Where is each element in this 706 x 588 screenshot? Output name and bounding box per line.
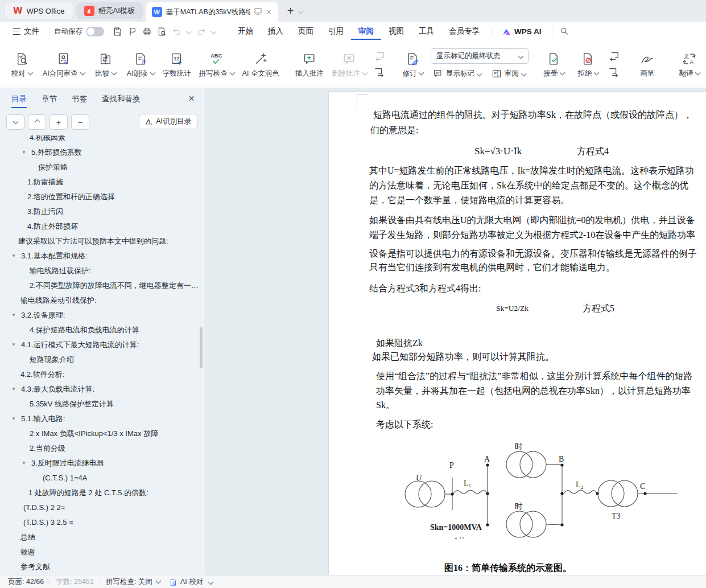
word-count-button[interactable]: 12 字数统计 xyxy=(159,48,195,81)
toc-collapse-arrow-icon[interactable]: ▼ xyxy=(11,382,21,397)
toc-item[interactable]: 2 x IMax 负载<IPickup<1/3 x IMax 故障 xyxy=(0,426,199,441)
autosave-toggle[interactable] xyxy=(86,27,104,36)
ai-recognize-toc-button[interactable]: AI识别目录 xyxy=(139,114,197,129)
close-pane-icon[interactable]: × xyxy=(188,93,195,104)
show-markup-button[interactable]: 显示标记 xyxy=(431,67,484,81)
toc-collapse-arrow-icon[interactable]: ▼ xyxy=(22,456,31,471)
track-changes-button[interactable]: 修订 xyxy=(397,48,430,81)
toc-item[interactable]: 建议采取以下方法可以预防本文中提到的问题: xyxy=(0,234,199,249)
toc-collapse-arrow-icon[interactable]: ▼ xyxy=(11,412,21,426)
spell-check-button[interactable]: ABC 拼写检查 xyxy=(196,48,238,81)
ink-brush-button[interactable]: 画笔 xyxy=(631,48,664,81)
toc-item[interactable]: ▼4.3.最大负载电流计算: xyxy=(0,382,199,397)
menu-tab-insert[interactable]: 插入 xyxy=(261,23,291,40)
menu-tab-member[interactable]: 会员专享 xyxy=(441,23,487,40)
toc-item[interactable]: 1.防雷措施 xyxy=(0,175,199,190)
toc-item[interactable]: 2.不同类型故障的故障电流不同，继电器整定有一定 ... xyxy=(0,278,199,293)
collapse-all-button[interactable] xyxy=(6,114,24,130)
wps-ai-button[interactable]: WPS AI xyxy=(497,27,547,36)
word-count-indicator[interactable]: 字数: 25451 xyxy=(56,577,94,587)
toc-item[interactable]: 短路现象介绍 xyxy=(0,352,199,367)
toc-item[interactable]: ▼4.1.运行模式下最大短路电流的计算: xyxy=(0,338,199,352)
redo-button[interactable] xyxy=(194,24,209,38)
menu-tab-tools[interactable]: 工具 xyxy=(411,23,441,40)
toc-item[interactable]: 4.2.软件分析: xyxy=(0,367,199,382)
toc-item[interactable]: (T.D.S.) 3 2.5 ≈ xyxy=(0,515,199,530)
toc-scrollbar-thumb[interactable] xyxy=(200,327,203,368)
print-button[interactable] xyxy=(139,24,154,38)
ai-polish-button[interactable]: AI 全文润色 xyxy=(239,48,283,81)
toc-item[interactable]: ▼5.1.输入电路: xyxy=(0,412,199,426)
tab-document[interactable]: W 基于MATLAB的35kV线路继 × xyxy=(146,2,278,22)
delete-comment-button[interactable]: 删除批注 xyxy=(328,48,370,81)
ai-read-aloud-button[interactable]: AI朗读 xyxy=(123,48,158,81)
toc-item[interactable]: 总结 xyxy=(0,530,199,545)
menu-tab-review[interactable]: 审阅 xyxy=(351,23,381,40)
spell-check-status[interactable]: 拼写检查: 关闭 xyxy=(106,577,160,587)
undo-button[interactable] xyxy=(169,24,184,38)
accept-changes-button[interactable]: 接受 xyxy=(538,48,571,81)
file-menu[interactable]: 文件 xyxy=(8,24,44,39)
toc-item[interactable]: 输电线路过载保护: xyxy=(0,264,199,278)
markup-state-select[interactable]: 显示标记的最终状态 xyxy=(431,48,529,64)
search-icon[interactable] xyxy=(557,24,572,38)
toc-item[interactable]: 4.机械因素 xyxy=(0,135,199,145)
next-change-button[interactable] xyxy=(606,65,622,79)
print-preview-button[interactable] xyxy=(154,24,169,38)
tab-docer-templates[interactable]: 稻壳AI模板 xyxy=(76,2,143,19)
toc-item[interactable]: 2.当前分级 xyxy=(0,441,199,456)
toc-item[interactable]: 3.防止污闪 xyxy=(0,204,199,219)
close-tab-icon[interactable]: × xyxy=(266,7,273,17)
toc-item[interactable]: ▼5.外部损伤系数 xyxy=(0,145,199,160)
proofread-button[interactable]: 校对 xyxy=(5,48,38,81)
insert-comment-button[interactable]: 插入批注 xyxy=(292,48,327,81)
menu-tab-home[interactable]: 开始 xyxy=(230,23,261,40)
translate-button[interactable]: 文A 翻译 xyxy=(673,48,706,81)
ai-proofread-status[interactable]: AI 校对 xyxy=(170,577,213,587)
tab-contents[interactable]: 目录 xyxy=(11,94,27,108)
menu-tab-view[interactable]: 视图 xyxy=(381,23,411,40)
undo-history-chevron-icon[interactable] xyxy=(186,28,192,34)
toc-item[interactable]: (C.T.S.) 1=4A xyxy=(0,471,199,486)
review-pane-button[interactable]: 审阅 xyxy=(489,67,528,81)
toc-item[interactable]: 4.防止外部损坏 xyxy=(0,219,199,234)
screen-share-icon[interactable] xyxy=(254,8,262,17)
tab-bookmarks[interactable]: 书签 xyxy=(72,94,87,108)
toc-item[interactable]: 1 处故障的短路是 2 处 C.T.S.的倍数: xyxy=(0,486,199,500)
toc-item[interactable]: ▼3.1.基本配置和规格: xyxy=(0,249,199,264)
tab-chapters[interactable]: 章节 xyxy=(42,94,57,108)
tab-wps-office[interactable]: W WPS Office xyxy=(5,2,73,20)
toc-item[interactable]: (T.D.S.) 2 2≈ xyxy=(0,500,199,515)
menu-tab-page[interactable]: 页面 xyxy=(291,23,321,40)
menu-tab-reference[interactable]: 引用 xyxy=(321,23,351,40)
new-tab-button[interactable]: + xyxy=(285,5,296,18)
zoom-out-toc-button[interactable]: − xyxy=(71,114,89,130)
toc-item[interactable]: ▼3.2.设备原理: xyxy=(0,308,199,323)
zoom-in-toc-button[interactable]: + xyxy=(49,114,68,130)
toc-item[interactable]: 2.塔的位置和杆的正确选择 xyxy=(0,190,199,204)
previous-change-button[interactable] xyxy=(606,50,622,63)
expand-all-button[interactable] xyxy=(28,114,46,130)
previous-comment-button[interactable] xyxy=(371,50,387,63)
reject-changes-button[interactable]: 拒绝 xyxy=(572,48,605,81)
ai-contract-review-button[interactable]: AI合同审查 xyxy=(39,48,88,81)
toc-item[interactable]: 致谢 xyxy=(0,545,199,560)
toc-collapse-arrow-icon[interactable]: ▼ xyxy=(11,249,21,264)
toc-item[interactable]: 保护策略 xyxy=(0,160,199,175)
tab-find-replace[interactable]: 查找和替换 xyxy=(102,94,141,108)
toc-item[interactable]: 参考文献 xyxy=(0,560,199,574)
redo-history-chevron-icon[interactable] xyxy=(211,28,217,34)
save-button[interactable] xyxy=(110,24,125,38)
export-pdf-button[interactable] xyxy=(125,24,139,38)
next-comment-button[interactable] xyxy=(371,65,387,79)
toc-item[interactable]: 5.35kV 线路保护整定计算 xyxy=(0,397,199,412)
tab-list-chevron-icon[interactable] xyxy=(298,8,304,14)
document-view[interactable]: 短路电流通过的组件的阻抗。对于短路功率Sk，在故障点（或假设的故障点），们的意思… xyxy=(205,88,706,575)
compare-button[interactable]: 比较 xyxy=(89,48,122,81)
toc-item[interactable]: 输电线路差动引线保护: xyxy=(0,293,199,308)
document-page[interactable]: 短路电流通过的组件的阻抗。对于短路功率Sk，在故障点（或假设的故障点），们的意思… xyxy=(328,91,706,575)
toc-item[interactable]: ▼3.反时限过电流继电器 xyxy=(0,456,199,471)
toc-item[interactable]: 4.保护短路电流和负载电流的计算 xyxy=(0,323,199,338)
page-indicator[interactable]: 页面: 42/66 xyxy=(8,577,44,587)
toc-collapse-arrow-icon[interactable]: ▼ xyxy=(11,308,21,323)
